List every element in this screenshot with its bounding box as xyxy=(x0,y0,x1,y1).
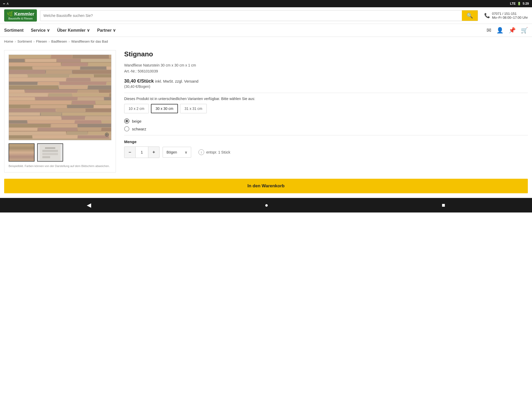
logo[interactable]: 🌿 Kemmler Baustoffe & Fliesen xyxy=(4,9,37,22)
svg-rect-12 xyxy=(33,66,80,70)
header-contact: 📞 07071 / 151-151 Mo–Fr 08:00–17:00 Uhr xyxy=(484,12,528,19)
svg-rect-51 xyxy=(9,109,56,112)
status-bar: ▪▪ A LTE 🔋 5:29 xyxy=(0,0,532,7)
svg-rect-76 xyxy=(33,135,77,138)
svg-rect-8 xyxy=(9,63,61,66)
svg-rect-20 xyxy=(70,74,93,77)
search-input[interactable] xyxy=(40,10,462,21)
svg-rect-50 xyxy=(94,105,111,108)
menge-section: Menge − 1 + Bögen ∨ i entspr. 1 Stück xyxy=(124,139,528,158)
svg-rect-81 xyxy=(42,153,58,155)
status-right: LTE 🔋 5:29 xyxy=(510,2,529,5)
product-details: Stignano Wandfliese Naturstein 30 cm x 3… xyxy=(124,50,528,172)
svg-rect-65 xyxy=(9,124,50,127)
search-bar[interactable]: 🔍 xyxy=(40,10,478,21)
svg-rect-66 xyxy=(51,124,77,127)
app-icon: A xyxy=(7,2,9,5)
breadcrumb-current: Wandfliesen für das Bad xyxy=(71,39,108,43)
search-icon: 🔍 xyxy=(467,12,473,19)
size-btn-10x2[interactable]: 10 x 2 cm xyxy=(124,104,149,113)
color-label-beige: beige xyxy=(132,119,142,123)
svg-rect-36 xyxy=(9,93,48,97)
svg-rect-34 xyxy=(78,90,98,93)
back-button[interactable]: ◀ xyxy=(87,202,91,209)
logo-icon: 🌿 xyxy=(7,11,13,17)
qty-control: − 1 + xyxy=(124,147,159,158)
svg-rect-41 xyxy=(36,97,77,100)
svg-rect-48 xyxy=(30,105,67,108)
account-icon[interactable]: 👤 xyxy=(496,27,503,34)
svg-rect-6 xyxy=(57,59,80,62)
thumbnail-2[interactable] xyxy=(37,143,63,162)
cart-icon[interactable]: 🛒 xyxy=(521,27,528,34)
product-description: Wandfliese Naturstein 30 cm x 30 cm x 1 … xyxy=(124,62,528,68)
entspr-section: i entspr. 1 Stück xyxy=(198,149,230,155)
product-art-nr: Art.-Nr.: 5061010039 xyxy=(124,69,528,73)
nav-partner[interactable]: Partner ∨ xyxy=(97,28,116,33)
color-option-beige[interactable]: beige xyxy=(124,118,528,124)
svg-rect-78 xyxy=(109,135,111,138)
nav-left: Sortiment Service ∨ Über Kemmler ∨ Partn… xyxy=(4,28,116,33)
svg-rect-49 xyxy=(67,105,93,108)
svg-rect-15 xyxy=(9,70,45,74)
price-section: 30,40 €/Stück inkl. MwSt. zzgl. Versand … xyxy=(124,78,528,89)
svg-rect-10 xyxy=(88,63,111,66)
size-btn-30x30[interactable]: 30 x 30 cm xyxy=(151,104,178,113)
svg-rect-30 xyxy=(59,85,88,89)
size-btn-31x31[interactable]: 31 x 31 cm xyxy=(180,104,207,113)
nav-service[interactable]: Service ∨ xyxy=(31,28,50,33)
svg-rect-33 xyxy=(25,90,77,93)
nav-ueber[interactable]: Über Kemmler ∨ xyxy=(57,28,90,33)
breadcrumb: Home › Sortiment › Fliesen › Badfliesen … xyxy=(0,37,532,46)
bookmark-icon[interactable]: 📌 xyxy=(509,27,516,34)
svg-rect-54 xyxy=(9,112,40,116)
svg-rect-14 xyxy=(107,66,111,70)
svg-rect-69 xyxy=(38,128,77,131)
clock: 5:29 xyxy=(523,2,529,5)
qty-minus-button[interactable]: − xyxy=(124,147,135,158)
recent-apps-button[interactable]: ■ xyxy=(442,202,445,209)
svg-rect-62 xyxy=(28,120,75,123)
breadcrumb-fliesen[interactable]: Fliesen xyxy=(36,39,47,43)
status-left: ▪▪ A xyxy=(3,2,9,5)
unit-select[interactable]: Bögen ∨ xyxy=(163,147,191,158)
mail-icon[interactable]: ✉ xyxy=(487,27,491,34)
radio-schwarz[interactable] xyxy=(124,126,129,131)
qty-plus-button[interactable]: + xyxy=(148,147,159,158)
disclaimer: Beispielbild. Farben können von der Dars… xyxy=(9,164,111,168)
color-option-schwarz[interactable]: schwarz xyxy=(124,126,528,131)
nav: Sortiment Service ∨ Über Kemmler ∨ Partn… xyxy=(0,24,532,37)
svg-rect-29 xyxy=(9,85,58,89)
svg-rect-18 xyxy=(9,74,27,77)
radio-beige[interactable] xyxy=(124,118,129,124)
divider-1 xyxy=(124,93,528,93)
search-button[interactable]: 🔍 xyxy=(462,10,478,21)
breadcrumb-sortiment[interactable]: Sortiment xyxy=(17,39,32,43)
nav-sortiment[interactable]: Sortiment xyxy=(4,28,24,33)
add-to-cart-button[interactable]: In den Warenkorb xyxy=(4,179,528,193)
svg-rect-11 xyxy=(9,66,32,70)
color-options: beige schwarz xyxy=(124,118,528,131)
svg-rect-37 xyxy=(49,93,72,97)
home-button[interactable]: ● xyxy=(265,202,268,209)
svg-rect-39 xyxy=(109,93,111,97)
zoom-icon[interactable]: ⊕ xyxy=(104,131,109,138)
svg-rect-55 xyxy=(41,112,62,116)
info-icon[interactable]: i xyxy=(198,149,204,155)
price-suffix: inkl. MwSt. zzgl. Versand xyxy=(155,79,198,83)
thumbnail-1[interactable] xyxy=(9,143,35,162)
svg-rect-53 xyxy=(85,109,111,112)
breadcrumb-badfliesen[interactable]: Badfliesen xyxy=(51,39,67,43)
svg-rect-31 xyxy=(88,85,111,89)
svg-rect-4 xyxy=(9,59,24,62)
svg-rect-43 xyxy=(104,97,111,100)
breadcrumb-home[interactable]: Home xyxy=(4,39,13,43)
phone-icon: 📞 xyxy=(484,13,490,18)
svg-rect-73 xyxy=(67,131,88,135)
svg-rect-9 xyxy=(62,63,88,66)
sim-icon: ▪▪ xyxy=(3,2,5,5)
cart-btn-wrapper: In den Warenkorb xyxy=(0,179,532,193)
svg-rect-63 xyxy=(75,120,101,123)
product-price: 30,40 €/Stück inkl. MwSt. zzgl. Versand xyxy=(124,78,198,84)
svg-rect-22 xyxy=(9,78,66,81)
